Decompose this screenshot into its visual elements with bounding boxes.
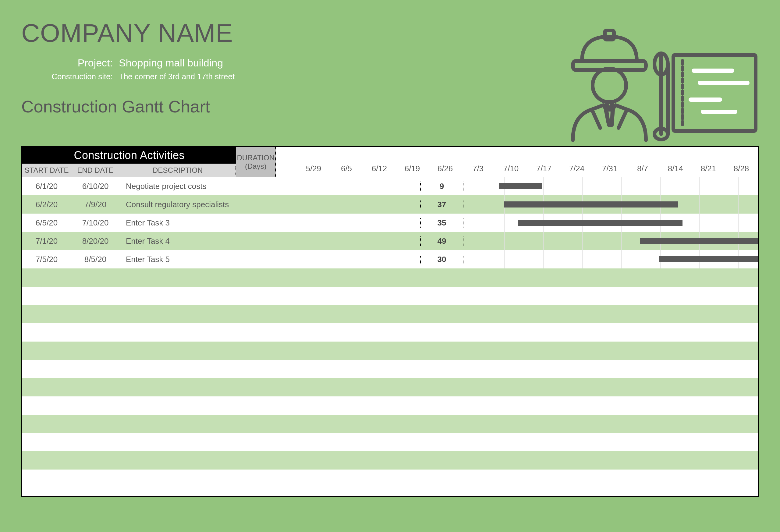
cell-end-date: 8/5/20 (71, 255, 120, 264)
cell-description: Enter Task 3 (120, 218, 421, 228)
timeline-tick: 7/17 (527, 164, 560, 174)
duration-header: DURATION (Days) (236, 147, 276, 177)
header-left: COMPANY NAME Project: Shopping mall buil… (21, 18, 235, 126)
timeline-tick: 7/24 (560, 164, 593, 174)
timeline-tick: 8/14 (659, 164, 692, 174)
project-value: Shopping mall building (119, 57, 223, 69)
left-header: Construction Activities START DATE END D… (22, 147, 236, 177)
gantt-cell (464, 378, 758, 396)
timeline-tick: 6/5 (330, 164, 363, 174)
site-row: Construction site: The corner of 3rd and… (40, 72, 235, 81)
gantt-bar (504, 201, 678, 207)
gantt-rows: 6/1/206/10/20Negotiate project costs96/2… (22, 177, 758, 488)
column-headers: START DATE END DATE DESCRIPTION (22, 163, 236, 177)
cell-description: Consult regulatory specialists (120, 200, 421, 209)
cell-start-date: 7/5/20 (22, 255, 71, 264)
site-label: Construction site: (40, 72, 119, 81)
timeline-tick: 8/7 (626, 164, 659, 174)
svg-point-1 (593, 68, 626, 102)
cell-end-date: 7/10/20 (71, 218, 120, 228)
gantt-cell (464, 323, 758, 342)
table-row (22, 342, 758, 360)
project-row: Project: Shopping mall building (40, 57, 235, 69)
gantt-bar (660, 256, 759, 262)
duration-label: DURATION (237, 154, 275, 162)
table-row (22, 378, 758, 396)
gantt-cell (464, 451, 758, 470)
cell-duration: 35 (421, 218, 464, 228)
cell-description: Enter Task 5 (120, 255, 421, 264)
gantt-bar (518, 220, 683, 226)
gantt-cell (464, 287, 758, 305)
table-row: 6/2/207/9/20Consult regulatory specialis… (22, 195, 758, 213)
company-name: COMPANY NAME (21, 18, 235, 48)
gantt-bar (640, 238, 759, 244)
col-header-end: END DATE (71, 166, 120, 175)
svg-rect-8 (689, 97, 722, 102)
gantt-chart: Construction Activities START DATE END D… (21, 146, 759, 497)
table-row (22, 451, 758, 470)
timeline-header: 5/296/56/126/196/267/37/107/177/247/318/… (276, 147, 758, 177)
timeline-tick: 6/26 (429, 164, 461, 174)
gantt-cell (464, 213, 758, 232)
gantt-cell (464, 396, 758, 415)
cell-start-date: 6/1/20 (22, 182, 71, 191)
cell-end-date: 7/9/20 (71, 200, 120, 209)
cell-end-date: 8/20/20 (71, 236, 120, 246)
gantt-cell (464, 433, 758, 451)
cell-duration: 37 (421, 200, 464, 209)
gantt-bar (499, 183, 542, 189)
engineer-gantt-icon (527, 18, 759, 146)
timeline-tick: 7/31 (593, 164, 626, 174)
table-row (22, 470, 758, 488)
cell-start-date: 6/5/20 (22, 218, 71, 228)
cell-description: Negotiate project costs (120, 182, 421, 191)
table-row (22, 396, 758, 415)
table-row (22, 433, 758, 451)
gantt-cell (464, 269, 758, 287)
svg-rect-9 (701, 110, 737, 114)
cell-end-date: 6/10/20 (71, 182, 120, 191)
site-value: The corner of 3rd and 17th street (119, 72, 235, 81)
table-row: 7/1/208/20/20Enter Task 449 (22, 232, 758, 250)
gantt-cell (464, 177, 758, 195)
activities-header: Construction Activities (22, 147, 236, 163)
table-row: 7/5/208/5/20Enter Task 530 (22, 250, 758, 269)
gantt-cell (464, 250, 758, 269)
chart-title: Construction Gantt Chart (21, 97, 235, 116)
timeline-tick: 8/28 (725, 164, 758, 174)
cell-start-date: 6/2/20 (22, 200, 71, 209)
cell-duration: 49 (421, 236, 464, 246)
table-row: 6/1/206/10/20Negotiate project costs9 (22, 177, 758, 195)
svg-rect-4 (673, 55, 755, 131)
cell-duration: 9 (421, 182, 464, 191)
table-row (22, 269, 758, 287)
timeline-tick: 6/12 (363, 164, 396, 174)
timeline-tick: 8/21 (692, 164, 725, 174)
table-row (22, 323, 758, 342)
gantt-cell (464, 305, 758, 323)
cell-description: Enter Task 4 (120, 236, 421, 246)
svg-rect-6 (692, 68, 734, 73)
timeline-tick: 7/3 (461, 164, 494, 174)
gantt-cell (464, 195, 758, 213)
header: COMPANY NAME Project: Shopping mall buil… (21, 18, 759, 146)
cell-start-date: 7/1/20 (22, 236, 71, 246)
col-header-start: START DATE (22, 166, 71, 175)
table-row (22, 287, 758, 305)
table-row (22, 305, 758, 323)
gantt-cell (464, 232, 758, 250)
timeline-tick: 5/29 (297, 164, 330, 174)
cell-duration: 30 (421, 255, 464, 264)
gantt-cell (464, 470, 758, 488)
table-row (22, 415, 758, 433)
timeline-tick: 6/19 (396, 164, 429, 174)
table-row: 6/5/207/10/20Enter Task 335 (22, 213, 758, 232)
table-row (22, 360, 758, 378)
duration-unit: (Days) (245, 162, 266, 171)
gantt-cell (464, 360, 758, 378)
gantt-cell (464, 415, 758, 433)
svg-rect-7 (698, 81, 749, 85)
timeline-tick: 7/10 (494, 164, 527, 174)
col-header-desc: DESCRIPTION (120, 166, 236, 175)
